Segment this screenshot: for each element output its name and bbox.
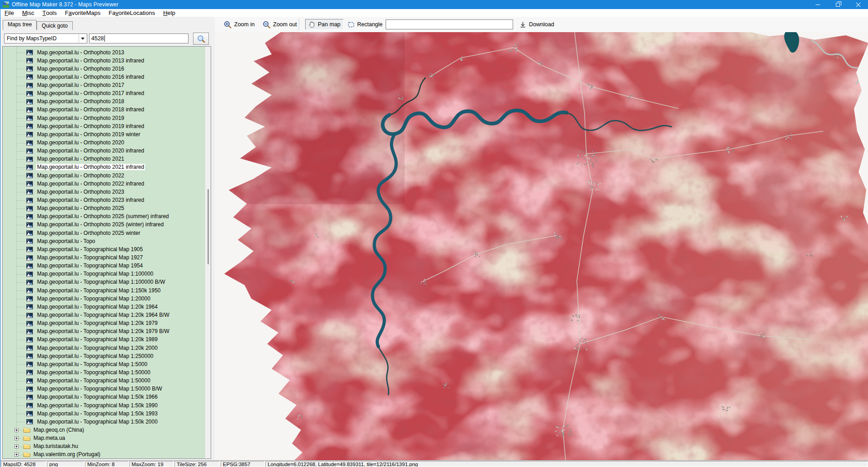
tree-item[interactable]: Map.geoportail.lu - Orthophoto 2016: [3, 65, 206, 73]
menu-item-favoritemaps[interactable]: FavoriteMaps: [61, 9, 105, 17]
toolbar-text-input[interactable]: [386, 19, 513, 29]
tree-item[interactable]: Map.geoportail.lu - Topographical Map 1:…: [3, 270, 206, 278]
expand-plus-icon[interactable]: [14, 436, 19, 440]
download-button[interactable]: Download: [517, 19, 557, 30]
tree-item[interactable]: Map.geoportail.lu - Orthophoto 2022: [3, 172, 206, 180]
tree-item[interactable]: Map.geoportail.lu - Topographical Map 1:…: [3, 319, 206, 328]
map-layer-icon: [26, 419, 33, 426]
tree-item[interactable]: Map.geoportail.lu - Orthophoto 2013 infr…: [3, 57, 206, 65]
tree-item-label: Map.geoportail.lu - Orthophoto 2025 wint…: [36, 230, 141, 236]
map-layer-icon: [26, 230, 33, 237]
tree-item[interactable]: Map.geoportail.lu - Topographical Map 1:…: [3, 286, 206, 295]
tree-item[interactable]: Map.geoportail.lu - Orthophoto 2017: [3, 81, 206, 90]
tree-connector: [16, 405, 25, 406]
tab-quick-goto[interactable]: Quick goto: [37, 21, 72, 30]
menu-item-favoritelocations[interactable]: FavoriteLocations: [104, 9, 159, 17]
tree-item-label: Map.geoportail.lu - Orthophoto 2018 infr…: [36, 106, 145, 113]
tree-folder[interactable]: Map.valentim.org (Portugal): [3, 451, 206, 459]
search-button[interactable]: [193, 33, 209, 45]
tree-item[interactable]: Map.geoportail.lu - Topographical Map 1:…: [3, 360, 206, 368]
restore-icon: [836, 3, 840, 7]
expand-plus-icon[interactable]: [14, 444, 19, 448]
tree-item[interactable]: Map.geoportail.lu - Topographical Map 1:…: [3, 352, 206, 360]
tree-item[interactable]: Map.geoportail.lu - Orthophoto 2017 infr…: [3, 90, 206, 98]
tree-item[interactable]: Map.geoportail.lu - Orthophoto 2025: [3, 205, 206, 213]
tree-scrollbar-thumb[interactable]: [208, 189, 209, 264]
zoom-in-button[interactable]: Zoom in: [221, 19, 257, 30]
tree-item[interactable]: Map.geoportail.lu - Topographical Map 1:…: [3, 311, 206, 319]
tree-item[interactable]: Map.geoportail.lu - Topographical Map 1:…: [3, 393, 206, 401]
tree-item[interactable]: Map.geoportail.lu - Topographical Map 1:…: [3, 410, 206, 418]
tree-item[interactable]: Map.geoportail.lu - Topographical Map 1:…: [3, 385, 206, 393]
tree-connector: [16, 167, 25, 168]
pan-map-button[interactable]: Pan map: [305, 19, 344, 30]
tree-item[interactable]: Map.geoportail.lu - Topo: [3, 237, 206, 245]
tree-item[interactable]: Map.geoportail.lu - Orthophoto 2021: [3, 155, 206, 163]
tree-item[interactable]: Map.geoportail.lu - Orthophoto 2018: [3, 98, 206, 106]
tree-folder[interactable]: Map.meta.ua: [3, 434, 206, 443]
tree-connector: [16, 143, 25, 143]
zoom-out-label: Zoom out: [273, 21, 297, 28]
tree-item-selected[interactable]: Map.geoportail.lu - Orthophoto 2021 infr…: [3, 163, 206, 172]
tree-item[interactable]: Map.geoportail.lu - Topographical Map 1:…: [3, 278, 206, 286]
close-icon: [856, 2, 861, 7]
menu-item-file[interactable]: File: [0, 9, 18, 17]
tree-connector: [16, 241, 25, 242]
tree-folder[interactable]: Map.turistautak.hu: [3, 443, 206, 451]
tree-item[interactable]: Map.geoportail.lu - Topographical Map 19…: [3, 245, 206, 253]
tree-item[interactable]: Map.geoportail.lu - Orthophoto 2022 infr…: [3, 180, 206, 188]
zoom-in-icon: [224, 21, 231, 29]
expand-plus-icon[interactable]: [14, 453, 19, 457]
tree-connector: [16, 315, 25, 316]
menu-item-misc[interactable]: Misc: [18, 9, 38, 17]
tree-item[interactable]: Map.geoportail.lu - Topographical Map 1:…: [3, 328, 206, 336]
tree-item[interactable]: Map.geoportail.lu - Orthophoto 2019 infr…: [3, 122, 206, 130]
tree-item[interactable]: Map.geoportail.lu - Orthophoto 2018 infr…: [3, 106, 206, 114]
minimize-button[interactable]: [807, 0, 828, 9]
map-viewport[interactable]: [215, 32, 868, 460]
tree-item[interactable]: Map.geoportail.lu - Orthophoto 2013: [3, 48, 206, 57]
tree-item-label: Map.geoportail.lu - Topographical Map 1:…: [36, 377, 151, 384]
tree-item[interactable]: Map.geoportail.lu - Orthophoto 2023: [3, 188, 206, 196]
tree-item[interactable]: Map.geoportail.lu - Orthophoto 2025 (win…: [3, 221, 206, 229]
tree-item[interactable]: Map.geoportail.lu - Topographical Map 1:…: [3, 295, 206, 303]
zoom-out-button[interactable]: Zoom out: [260, 19, 300, 30]
map-layer-icon: [26, 132, 33, 138]
find-mode-dropdown[interactable]: Find by MapsTypeID: [4, 33, 87, 43]
tree-item[interactable]: Map.geoportail.lu - Topographical Map 1:…: [3, 401, 206, 410]
tree-item[interactable]: Map.geoportail.lu - Topographical Map 1:…: [3, 418, 206, 426]
tree-scrollbar[interactable]: [205, 47, 211, 458]
menu-item-help[interactable]: Help: [159, 9, 179, 17]
tree-connector: [16, 282, 25, 283]
tree-item[interactable]: Map.geoportail.lu - Topographical Map 1:…: [3, 336, 206, 344]
tree-item[interactable]: Map.geoportail.lu - Orthophoto 2020 infr…: [3, 147, 206, 155]
tree-item[interactable]: Map.geoportail.lu - Orthophoto 2019 wint…: [3, 130, 206, 138]
tree-item[interactable]: Map.geoportail.lu - Topographical Map 19…: [3, 254, 206, 262]
tree-item[interactable]: Map.geoportail.lu - Orthophoto 2023 infr…: [3, 196, 206, 205]
search-input[interactable]: 4528: [89, 33, 189, 43]
tree-folder[interactable]: Map.geoq.cn (China): [3, 426, 206, 434]
rectangle-button[interactable]: Rectangle: [345, 19, 385, 30]
close-button[interactable]: [848, 0, 868, 9]
tree-item[interactable]: Map.geoportail.lu - Orthophoto 2016 infr…: [3, 73, 206, 81]
tree-item[interactable]: Map.geoportail.lu - Topographical Map 19…: [3, 262, 206, 270]
menu-item-tools[interactable]: Tools: [38, 9, 61, 17]
map-layer-icon: [26, 313, 33, 319]
tree-item[interactable]: Map.geoportail.lu - Orthophoto 2025 (sum…: [3, 213, 206, 221]
tree-item[interactable]: Map.geoportail.lu - Topographical Map 1:…: [3, 368, 206, 376]
tree-item[interactable]: Map.geoportail.lu - Topographical Map 1:…: [3, 377, 206, 385]
tree-item[interactable]: Map.geoportail.lu - Orthophoto 2025 wint…: [3, 229, 206, 237]
tab-maps-tree[interactable]: Maps tree: [3, 20, 37, 30]
tree-connector: [16, 324, 25, 324]
restore-button[interactable]: [828, 0, 848, 9]
tree-item[interactable]: Map.geoportail.lu - Topographical Map 1:…: [3, 303, 206, 311]
expand-plus-icon[interactable]: [14, 428, 19, 432]
map-layer-icon: [26, 280, 33, 286]
tree-item[interactable]: Map.geoportail.lu - Orthophoto 2019: [3, 114, 206, 122]
tree-item[interactable]: Map.geoportail.lu - Orthophoto 2020: [3, 139, 206, 147]
tree-item-label: Map.geoportail.lu - Topographical Map 1:…: [36, 271, 154, 277]
folder-icon: [23, 435, 31, 443]
tree-item-label: Map.geoportail.lu - Topographical Map 1:…: [36, 345, 159, 351]
tree-item[interactable]: Map.geoportail.lu - Topographical Map 1:…: [3, 344, 206, 352]
chevron-down-icon[interactable]: [79, 34, 86, 43]
